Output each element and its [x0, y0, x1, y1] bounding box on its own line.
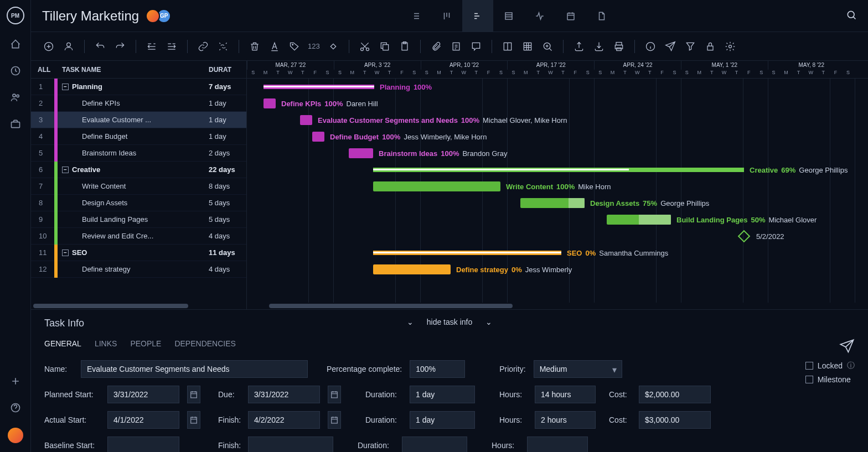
table-row[interactable]: 7 Write Content 8 days [31, 178, 246, 195]
hide-task-info-button[interactable]: ⌄ hide task info ⌄ [407, 318, 493, 326]
send-icon[interactable] [664, 40, 677, 53]
plus-icon[interactable] [9, 375, 22, 388]
due-input[interactable] [248, 386, 320, 403]
text-color-icon[interactable] [268, 40, 281, 53]
task-bar[interactable] [520, 198, 585, 208]
actual-start-input[interactable] [107, 411, 179, 429]
clock-icon[interactable] [9, 64, 22, 77]
task-bar[interactable] [264, 98, 276, 108]
link-icon[interactable] [197, 40, 210, 53]
user-avatar[interactable] [8, 428, 23, 443]
view-sheet-icon[interactable] [493, 0, 524, 32]
view-calendar-icon[interactable] [555, 0, 586, 32]
table-row[interactable]: 5 Brainstorm Ideas 2 days [31, 145, 246, 162]
filter-icon[interactable] [684, 40, 697, 53]
send-task-icon[interactable] [839, 339, 855, 356]
calendar-icon[interactable] [187, 411, 200, 429]
task-name-input[interactable] [81, 360, 308, 378]
import-icon[interactable] [592, 40, 606, 53]
pct-input[interactable] [410, 360, 465, 378]
task-bar[interactable] [312, 132, 324, 142]
lock-icon[interactable] [704, 40, 717, 53]
table-row[interactable]: 11 −SEO 11 days [31, 245, 246, 261]
summary-bar[interactable] [373, 168, 744, 172]
tab-dependencies[interactable]: DEPENDENCIES [174, 339, 235, 348]
calendar-icon[interactable] [328, 386, 341, 403]
tab-links[interactable]: LINKS [95, 339, 117, 348]
table-row[interactable]: 3 Evaluate Customer ... 1 day [31, 112, 246, 128]
table-row[interactable]: 10 Review and Edit Cre... 4 days [31, 228, 246, 245]
act-hours-input[interactable] [535, 411, 596, 429]
locked-checkbox[interactable]: Locked ⓘ [805, 361, 855, 371]
table-row[interactable]: 9 Build Landing Pages 5 days [31, 211, 246, 228]
task-bar[interactable] [607, 215, 671, 225]
gantt-scrollbar[interactable] [247, 303, 868, 309]
milestone-diamond[interactable] [738, 230, 751, 243]
view-activity-icon[interactable] [524, 0, 555, 32]
milestone-icon[interactable] [327, 40, 340, 53]
attach-icon[interactable] [430, 40, 443, 53]
collapse-icon[interactable]: − [62, 250, 69, 256]
grid-scrollbar[interactable] [31, 303, 246, 309]
view-list-icon[interactable] [400, 0, 431, 32]
act-duration-input[interactable] [410, 411, 475, 429]
copy-icon[interactable] [378, 40, 391, 53]
act-cost-input[interactable] [639, 411, 711, 429]
columns-icon[interactable] [501, 40, 514, 53]
view-board-icon[interactable] [431, 0, 462, 32]
col-duration[interactable]: DURAT [209, 66, 246, 74]
task-bar[interactable] [349, 148, 373, 158]
task-bar[interactable] [373, 264, 451, 274]
unlink-icon[interactable] [216, 40, 230, 53]
task-bar[interactable] [300, 115, 312, 125]
table-row[interactable]: 8 Design Assets 5 days [31, 195, 246, 211]
col-name[interactable]: TASK NAME [58, 66, 209, 74]
milestone-checkbox[interactable]: Milestone [805, 375, 855, 384]
baseline-hours-input[interactable] [527, 437, 588, 452]
baseline-finish-input[interactable] [248, 437, 333, 452]
view-file-icon[interactable] [586, 0, 617, 32]
cut-icon[interactable] [358, 40, 371, 53]
col-all[interactable]: ALL [31, 66, 58, 74]
undo-icon[interactable] [94, 40, 107, 53]
note-icon[interactable] [450, 40, 463, 53]
baseline-dur-input[interactable] [402, 437, 467, 452]
gantt-body[interactable]: Planning100% Define KPIs100%Daren Hill E… [247, 79, 868, 303]
task-bar[interactable] [373, 181, 500, 191]
table-row[interactable]: 4 Define Budget 1 day [31, 128, 246, 145]
priority-select[interactable]: Medium [534, 360, 622, 378]
zoom-icon[interactable] [541, 40, 554, 53]
print-icon[interactable] [612, 40, 626, 53]
table-row[interactable]: 1 −Planning 7 days [31, 79, 246, 95]
collapse-icon[interactable]: − [62, 84, 69, 90]
planned-start-input[interactable] [107, 386, 179, 403]
summary-bar[interactable] [373, 251, 561, 255]
member-avatars[interactable]: GP [149, 9, 171, 23]
calendar-icon[interactable] [328, 411, 341, 429]
plan-hours-input[interactable] [535, 386, 596, 403]
grid-icon[interactable] [521, 40, 534, 53]
people-icon[interactable] [9, 91, 22, 104]
briefcase-icon[interactable] [9, 117, 22, 131]
tab-people[interactable]: PEOPLE [130, 339, 161, 348]
gear-icon[interactable] [724, 40, 737, 53]
table-row[interactable]: 2 Define KPIs 1 day [31, 95, 246, 112]
table-row[interactable]: 6 −Creative 22 days [31, 162, 246, 178]
trash-icon[interactable] [248, 40, 261, 53]
view-gantt-icon[interactable] [462, 0, 493, 32]
comment-icon[interactable] [469, 40, 483, 53]
paste-icon[interactable] [398, 40, 411, 53]
plan-cost-input[interactable] [639, 386, 711, 403]
collapse-icon[interactable]: − [62, 167, 69, 173]
table-row[interactable]: 12 Define strategy 4 days [31, 261, 246, 278]
help-icon[interactable] [9, 401, 22, 414]
tab-general[interactable]: GENERAL [44, 339, 81, 348]
plan-duration-input[interactable] [410, 386, 475, 403]
app-logo[interactable]: PM [7, 7, 24, 24]
calendar-icon[interactable] [187, 386, 200, 403]
indent-icon[interactable] [165, 40, 178, 53]
baseline-start-input[interactable] [107, 437, 179, 452]
home-icon[interactable] [9, 38, 22, 51]
outdent-icon[interactable] [145, 40, 158, 53]
add-task-icon[interactable] [42, 40, 55, 53]
